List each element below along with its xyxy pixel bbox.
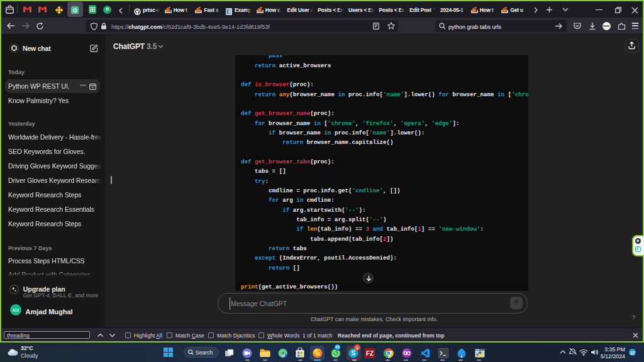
svg-text:FZ: FZ [366,350,374,357]
